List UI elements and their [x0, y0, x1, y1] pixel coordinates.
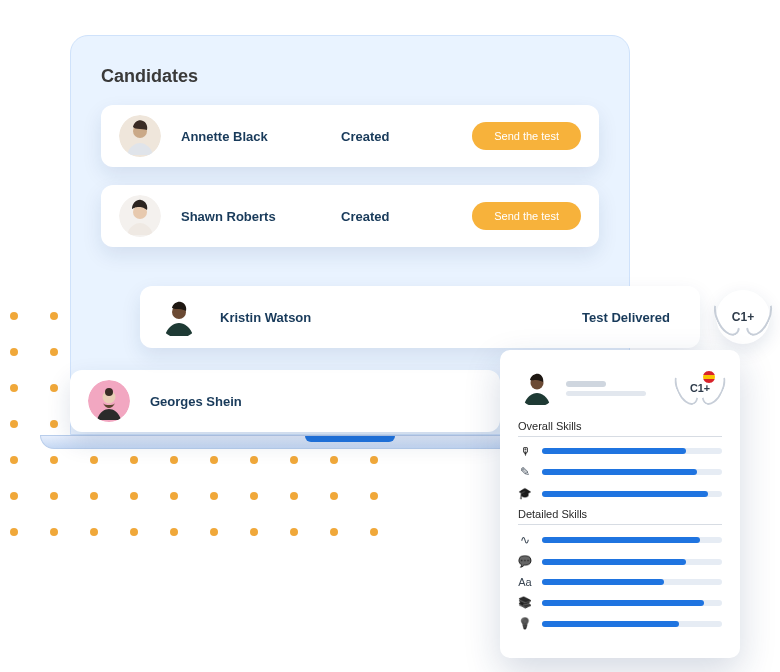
skill-bar-fill — [542, 579, 664, 585]
decorative-dot — [50, 348, 58, 356]
decorative-dot — [210, 456, 218, 464]
skill-bar — [542, 537, 722, 543]
decorative-dot — [50, 528, 58, 536]
page-title: Candidates — [101, 66, 599, 87]
section-title-overall: Overall Skills — [518, 420, 722, 437]
decorative-dot — [290, 456, 298, 464]
laurel-icon: C1+ — [720, 294, 766, 340]
decorative-dot — [10, 420, 18, 428]
decorative-dot — [290, 492, 298, 500]
decorative-dot — [10, 456, 18, 464]
skill-bar-fill — [542, 469, 697, 475]
candidate-row[interactable]: Georges Shein — [70, 370, 500, 432]
candidate-row[interactable]: Annette Black Created Send the test — [101, 105, 599, 167]
skill-bar — [542, 448, 722, 454]
decorative-dot — [370, 528, 378, 536]
report-name-placeholder — [566, 381, 668, 396]
skills-report-panel: C1+ Overall Skills 🎙✎🎓 Detailed Skills ∿… — [500, 350, 740, 658]
skill-bar — [542, 579, 722, 585]
decorative-dot — [370, 456, 378, 464]
decorative-dot — [170, 492, 178, 500]
bulb-icon: 💡 — [518, 617, 532, 630]
candidate-status: Created — [341, 209, 451, 224]
decorative-dot — [330, 492, 338, 500]
avatar — [119, 115, 161, 157]
chat-icon: 💬 — [518, 555, 532, 568]
section-title-detailed: Detailed Skills — [518, 508, 722, 525]
skill-row: 💡 — [518, 617, 722, 630]
decorative-dot — [50, 492, 58, 500]
skill-bar — [542, 491, 722, 497]
decorative-dot — [370, 492, 378, 500]
candidate-status: Created — [341, 129, 451, 144]
candidate-name: Shawn Roberts — [181, 209, 341, 224]
skill-bar — [542, 559, 722, 565]
skill-bar — [542, 621, 722, 627]
skill-row: 💬 — [518, 555, 722, 568]
decorative-dot — [250, 492, 258, 500]
avatar — [119, 195, 161, 237]
decorative-dot — [10, 312, 18, 320]
skill-bar-fill — [542, 559, 686, 565]
decorative-dot — [50, 420, 58, 428]
avatar — [158, 296, 200, 338]
candidate-name: Annette Black — [181, 129, 341, 144]
candidate-row-floating: Georges Shein — [70, 370, 500, 432]
decorative-dot — [10, 384, 18, 392]
skill-bar-fill — [542, 621, 679, 627]
flag-spain-icon — [702, 370, 716, 384]
avatar — [518, 369, 556, 407]
skill-row: 🎙 — [518, 445, 722, 457]
wave-icon: ∿ — [518, 533, 532, 547]
send-test-button[interactable]: Send the test — [472, 122, 581, 150]
decorative-dot — [130, 456, 138, 464]
decorative-dot — [10, 492, 18, 500]
decorative-dot — [170, 456, 178, 464]
decorative-dot — [10, 528, 18, 536]
skill-row: 🎓 — [518, 487, 722, 500]
decorative-dot — [10, 348, 18, 356]
laptop-notch — [305, 436, 395, 442]
decorative-dot — [330, 528, 338, 536]
decorative-dot — [90, 528, 98, 536]
books-icon: 📚 — [518, 596, 532, 609]
candidate-row[interactable]: Kristin Watson Test Delivered C1+ — [140, 286, 700, 348]
decorative-dot — [250, 528, 258, 536]
candidate-status: Test Delivered — [582, 310, 670, 325]
skill-bar-fill — [542, 537, 700, 543]
pencil-icon: ✎ — [518, 465, 532, 479]
grad-icon: 🎓 — [518, 487, 532, 500]
decorative-dot — [50, 384, 58, 392]
candidate-name: Georges Shein — [150, 394, 310, 409]
decorative-dot — [290, 528, 298, 536]
skill-bar — [542, 600, 722, 606]
decorative-dot — [210, 528, 218, 536]
candidate-name: Kristin Watson — [220, 310, 380, 325]
skill-row: 📚 — [518, 596, 722, 609]
skill-row: ✎ — [518, 465, 722, 479]
decorative-dot — [50, 312, 58, 320]
skill-bar — [542, 469, 722, 475]
svg-point-8 — [105, 388, 113, 396]
avatar — [88, 380, 130, 422]
score-text: C1+ — [732, 310, 754, 324]
decorative-dot — [90, 456, 98, 464]
decorative-dot — [50, 456, 58, 464]
aa-icon: Aa — [518, 576, 532, 588]
decorative-dot — [130, 528, 138, 536]
decorative-dot — [210, 492, 218, 500]
decorative-dot — [90, 492, 98, 500]
mic-icon: 🎙 — [518, 445, 532, 457]
decorative-dot — [130, 492, 138, 500]
send-test-button[interactable]: Send the test — [472, 202, 581, 230]
decorative-dot — [170, 528, 178, 536]
decorative-dot — [250, 456, 258, 464]
report-header: C1+ — [518, 366, 722, 410]
skill-bar-fill — [542, 600, 704, 606]
skill-bar-fill — [542, 491, 708, 497]
candidate-row[interactable]: Shawn Roberts Created Send the test — [101, 185, 599, 247]
skill-bar-fill — [542, 448, 686, 454]
decorative-dot — [330, 456, 338, 464]
skill-row: ∿ — [518, 533, 722, 547]
score-badge: C1+ — [678, 366, 722, 410]
